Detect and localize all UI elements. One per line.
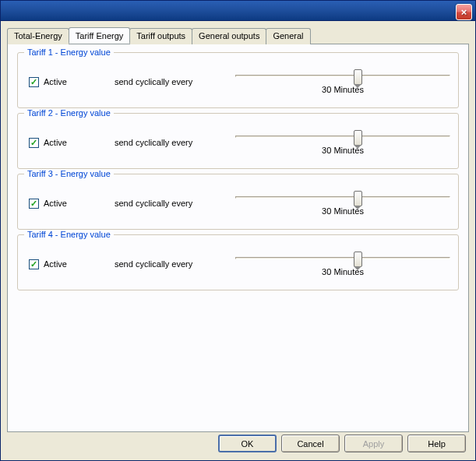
interval-slider[interactable]: [235, 196, 450, 199]
help-button[interactable]: Help: [407, 435, 466, 452]
group-row: ✓ Active send cyclically every 30 Minute…: [26, 185, 450, 221]
group-tariff-2: Tariff 2 - Energy value ✓ Active send cy…: [17, 113, 459, 169]
check-icon: ✓: [30, 199, 37, 208]
active-label: Active: [44, 138, 67, 147]
active-label: Active: [44, 199, 67, 208]
interval-slider[interactable]: [235, 135, 450, 138]
tab-total-energy[interactable]: Total-Energy: [7, 28, 69, 44]
group-tariff-4: Tariff 4 - Energy value ✓ Active send cy…: [17, 234, 459, 290]
slider-value: 30 Minutes: [235, 146, 450, 155]
apply-button[interactable]: Apply: [344, 435, 403, 452]
check-icon: ✓: [30, 78, 37, 86]
cancel-button[interactable]: Cancel: [281, 435, 340, 452]
active-checkbox-wrap: ✓ Active: [29, 77, 115, 87]
active-checkbox[interactable]: ✓: [29, 138, 39, 148]
active-label: Active: [44, 77, 67, 86]
group-title: Tariff 2 - Energy value: [24, 108, 114, 118]
send-label: send cyclically every: [115, 199, 235, 208]
tab-general-outputs[interactable]: General outputs: [192, 28, 266, 44]
send-label: send cyclically every: [115, 138, 235, 147]
close-icon: ×: [461, 6, 467, 18]
tab-tariff-energy[interactable]: Tariff Energy: [69, 27, 131, 44]
slider-value: 30 Minutes: [235, 206, 450, 216]
tab-panel: Tariff 1 - Energy value ✓ Active send cy…: [7, 44, 469, 432]
interval-slider[interactable]: [235, 75, 450, 77]
group-row: ✓ Active send cyclically every 30 Minute…: [26, 246, 450, 282]
titlebar: ×: [1, 1, 475, 21]
tab-container: Total-Energy Tariff Energy Tariff output…: [7, 27, 469, 432]
group-row: ✓ Active send cyclically every 30 Minute…: [26, 125, 450, 160]
group-title: Tariff 4 - Energy value: [24, 230, 114, 239]
active-checkbox[interactable]: ✓: [29, 77, 39, 87]
slider-wrap: 30 Minutes: [235, 252, 450, 276]
send-label: send cyclically every: [115, 259, 235, 269]
group-title: Tariff 1 - Energy value: [24, 48, 114, 57]
slider-value: 30 Minutes: [235, 85, 450, 94]
close-button[interactable]: ×: [456, 4, 472, 20]
active-label: Active: [44, 259, 67, 269]
check-icon: ✓: [30, 139, 37, 147]
button-bar: OK Cancel Apply Help: [218, 435, 466, 452]
slider-thumb[interactable]: [354, 69, 362, 85]
slider-wrap: 30 Minutes: [235, 131, 450, 155]
group-tariff-3: Tariff 3 - Energy value ✓ Active send cy…: [17, 174, 459, 230]
active-checkbox-wrap: ✓ Active: [29, 259, 115, 269]
slider-wrap: 30 Minutes: [235, 70, 450, 94]
active-checkbox-wrap: ✓ Active: [29, 138, 115, 148]
group-row: ✓ Active send cyclically every 30 Minute…: [26, 64, 450, 100]
slider-thumb[interactable]: [354, 252, 362, 267]
tab-tariff-outputs[interactable]: Tariff outputs: [129, 28, 192, 44]
dialog-body: Total-Energy Tariff Energy Tariff output…: [1, 21, 475, 460]
tab-general[interactable]: General: [266, 28, 310, 44]
tab-label: General: [273, 31, 303, 40]
ok-button[interactable]: OK: [218, 435, 277, 452]
tab-label: Tariff outputs: [136, 31, 185, 40]
slider-thumb[interactable]: [354, 130, 362, 146]
dialog-window: × Total-Energy Tariff Energy Tariff outp…: [0, 0, 476, 461]
tab-strip: Total-Energy Tariff Energy Tariff output…: [7, 27, 469, 44]
check-icon: ✓: [30, 260, 37, 269]
group-tariff-1: Tariff 1 - Energy value ✓ Active send cy…: [17, 52, 459, 108]
slider-value: 30 Minutes: [235, 267, 450, 276]
group-title: Tariff 3 - Energy value: [24, 169, 114, 178]
active-checkbox[interactable]: ✓: [29, 199, 39, 209]
active-checkbox[interactable]: ✓: [29, 259, 39, 269]
tab-label: General outputs: [199, 31, 259, 40]
tab-label: Tariff Energy: [76, 31, 124, 40]
send-label: send cyclically every: [115, 77, 235, 86]
tab-label: Total-Energy: [14, 31, 62, 40]
interval-slider[interactable]: [235, 257, 450, 259]
slider-wrap: 30 Minutes: [235, 192, 450, 216]
slider-thumb[interactable]: [354, 191, 362, 206]
active-checkbox-wrap: ✓ Active: [29, 199, 115, 209]
